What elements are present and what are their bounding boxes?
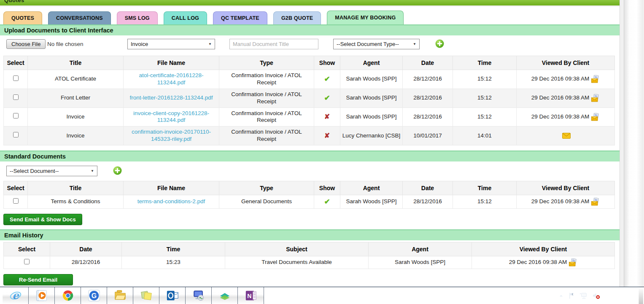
media-player-button[interactable] [29,287,55,304]
show-desktop-button[interactable] [639,287,643,304]
flag-icon[interactable] [569,292,575,299]
file-explorer-button[interactable] [107,287,133,304]
row-checkbox[interactable] [13,94,19,100]
up-arrow-icon[interactable] [558,293,564,299]
column-header: Title [28,56,124,70]
select-cell [4,89,28,108]
tab-qc-template[interactable]: QC TEMPLATE [213,11,267,24]
standard-documents-controls: --Select Document-- ▼ [0,162,620,179]
outlook-icon [166,289,179,302]
time-cell: 15:12 [453,195,517,209]
g-app-icon: G [88,289,100,302]
table-header-row: SelectTitleFile NameTypeShowAgentDateTim… [4,56,615,70]
sticky-notes-button[interactable] [133,287,159,304]
column-header: File Name [124,181,219,195]
volume-mute-icon[interactable] [592,292,600,299]
table-row: ATOL Certificate atol-certificate-201612… [4,70,615,89]
viewed-cell [517,126,615,145]
type-cell: Confirmation Invoice / ATOL Receipt [219,126,314,145]
g-app-button[interactable]: G [81,287,107,304]
clipped-page-title: Quotes [4,0,24,3]
date-cell: 28/12/2016 [50,256,122,269]
tab-call-log[interactable]: CALL LOG [164,11,207,24]
manual-title-input[interactable] [229,39,318,49]
tab-bar: QUOTESCONVERSATIONSSMS LOGCALL LOGQC TEM… [0,5,620,24]
file-link[interactable]: atol-certificate-20161228-113244.pdf [139,72,203,86]
date-cell: 28/12/2016 [403,195,453,209]
column-header: Date [403,181,453,195]
title-cell: Front Letter [28,89,124,108]
file-link[interactable]: terms-and-conditions-2.pdf [137,198,205,204]
column-header: Show [314,56,340,70]
chrome-button[interactable] [55,287,81,304]
type-cell: Confirmation Invoice / ATOL Receipt [219,108,314,126]
document-type-select[interactable]: Invoice ▼ [127,39,215,49]
scrollbar-track[interactable] [620,0,644,287]
column-header: Show [314,181,340,195]
taskbar-clock[interactable]: 14:53 10/01/2017 [605,289,634,302]
filename-cell: invoice-client-copy-20161228-113244.pdf [124,108,219,126]
date-cell: 28/12/2016 [403,89,453,108]
row-checkbox[interactable] [13,75,19,81]
outlook-button[interactable] [159,287,186,304]
table-header-row: SelectDateTimeSubjectAgentViewed By Clie… [4,242,615,256]
column-header: Agent [340,181,403,195]
select-document-type-dropdown[interactable]: --Select Document Type-- ▼ [333,39,420,49]
show-cell: ✘ [314,108,340,126]
viewed-cell: 29 Dec 2016 09:38 AM [517,108,615,126]
chevron-down-icon: ▼ [208,42,212,46]
clock-time: 14:53 [608,289,631,296]
show-cell: ✔ [314,70,340,89]
viewed-date: 29 Dec 2016 09:38 AM [531,94,589,101]
row-checkbox[interactable] [13,198,19,204]
file-link[interactable]: invoice-client-copy-20161228-113244.pdf [133,110,209,124]
show-cell: ✘ [314,126,340,145]
table-row: Invoice confirmation-invoice-20170110-14… [4,126,615,145]
remote-desktop-button[interactable] [186,287,212,304]
row-checkbox[interactable] [24,259,30,264]
select-document-value: --Select Document-- [10,168,59,174]
resend-email-button[interactable]: Re-Send Email [3,274,73,285]
network-icon[interactable] [579,292,587,299]
title-cell: Invoice [28,108,124,126]
add-document-button[interactable] [435,39,444,48]
column-header: Agent [340,56,403,70]
row-checkbox[interactable] [13,113,19,118]
standard-documents-header: Standard Documents [0,151,620,161]
column-header: Select [4,242,50,256]
green-check-icon: ✔ [324,75,330,83]
red-cross-icon: ✘ [324,113,330,120]
column-header: Viewed By Client [472,242,615,256]
file-link[interactable]: front-letter-20161228-113244.pdf [129,94,213,101]
send-email-show-docs-button[interactable]: Send Email & Show Docs [3,214,82,225]
system-tray: 14:53 10/01/2017 [558,287,644,304]
viewed-date: 29 Dec 2016 09:38 AM [531,75,589,82]
vpn-app-button[interactable] [212,287,238,304]
scrollbar-thumb[interactable] [624,0,643,287]
show-cell: ✔ [314,195,340,209]
viewed-date: 29 Dec 2016 09:38 AM [531,198,589,204]
tab-g2b-quote[interactable]: G2B QUOTE [273,11,321,24]
choose-file-button[interactable]: Choose File [6,39,46,49]
onenote-button[interactable]: N [238,287,264,304]
column-header: Subject [225,242,369,256]
filename-cell: terms-and-conditions-2.pdf [124,195,219,209]
tab-conversations[interactable]: CONVERSATIONS [48,11,111,24]
email-history-header: Email History [0,229,620,240]
internet-explorer-button[interactable]: e [3,287,29,304]
svg-text:e: e [12,289,19,301]
sticky-notes-icon [140,289,153,302]
title-cell: ATOL Certificate [28,70,124,89]
standard-documents-table: SelectTitleFile NameTypeShowAgentDateTim… [3,181,615,209]
tab-quotes[interactable]: QUOTES [3,11,42,24]
row-checkbox[interactable] [13,132,19,137]
select-document-dropdown[interactable]: --Select Document-- ▼ [6,166,97,176]
tab-manage-my-booking[interactable]: MANAGE MY BOOKING [327,11,404,24]
file-link[interactable]: confirmation-invoice-20170110-145323-ril… [132,129,211,142]
taskbar-icons: eGN [0,287,264,304]
viewed-cell: 29 Dec 2016 09:38 AM [517,89,615,108]
tab-sms-log[interactable]: SMS LOG [117,11,158,24]
file-explorer-icon [114,289,127,302]
add-standard-document-button[interactable] [113,166,122,175]
column-header: Type [219,56,314,70]
